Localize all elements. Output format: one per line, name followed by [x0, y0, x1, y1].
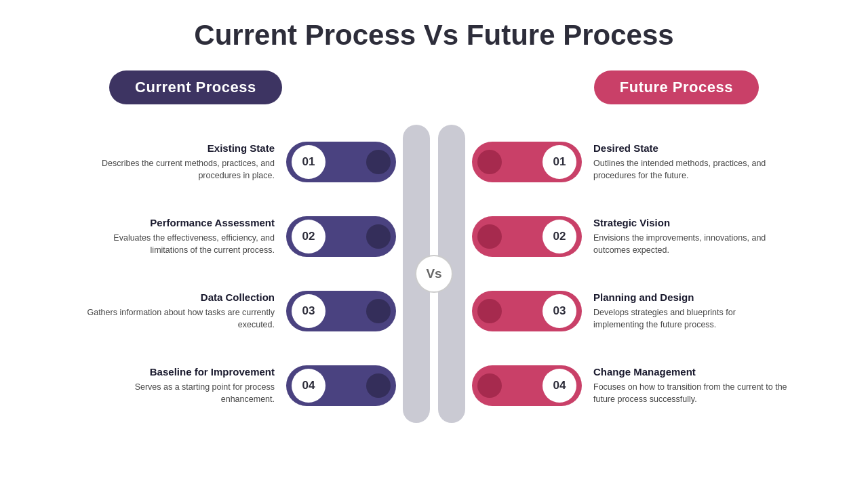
current-item-title-2: Performance Assessment — [81, 217, 275, 228]
future-pill-2: 02 — [472, 216, 582, 257]
future-connector-3: 03 — [472, 274, 582, 348]
current-connector-2: 02 — [286, 199, 396, 274]
current-item-4: Baseline for ImprovementServes as a star… — [81, 348, 284, 423]
current-item-1: Existing StateDescribes the current meth… — [81, 125, 284, 199]
future-dot-2 — [477, 224, 502, 249]
future-dot-1 — [477, 150, 502, 174]
current-item-title-1: Existing State — [81, 142, 275, 154]
current-pill-2: 02 — [286, 216, 396, 257]
current-num-2: 02 — [292, 220, 326, 253]
future-pill-1: 01 — [472, 142, 582, 182]
current-num-3: 03 — [292, 294, 326, 328]
current-dot-2 — [366, 224, 391, 249]
current-item-title-4: Baseline for Improvement — [81, 366, 275, 378]
future-item-desc-2: Envisions the improvements, innovations,… — [593, 232, 787, 256]
current-item-desc-1: Describes the current methods, practices… — [81, 157, 275, 182]
current-connectors: 01020304 — [284, 125, 396, 423]
future-num-1: 01 — [542, 145, 576, 179]
future-connector-2: 02 — [472, 199, 582, 274]
future-item-title-3: Planning and Design — [593, 291, 787, 303]
current-connector-3: 03 — [286, 274, 396, 348]
future-item-desc-1: Outlines the intended methods, practices… — [593, 157, 787, 182]
current-item-3: Data CollectionGathers information about… — [81, 274, 284, 348]
current-item-desc-3: Gathers information about how tasks are … — [81, 306, 275, 331]
future-badge: Future Process — [594, 70, 759, 104]
current-dot-1 — [366, 150, 391, 174]
future-item-title-2: Strategic Vision — [593, 217, 787, 228]
current-num-4: 04 — [292, 369, 326, 403]
current-connector-1: 01 — [286, 125, 396, 199]
current-item-title-3: Data Collection — [81, 291, 275, 303]
future-item-title-4: Change Management — [593, 366, 787, 378]
current-connector-4: 04 — [286, 348, 396, 423]
future-num-3: 03 — [542, 294, 576, 328]
current-pill-4: 04 — [286, 365, 396, 406]
future-num-4: 04 — [542, 369, 576, 403]
future-connector-4: 04 — [472, 348, 582, 423]
future-item-2: Strategic VisionEnvisions the improvemen… — [584, 199, 787, 274]
current-dot-3 — [366, 299, 391, 323]
current-pill-1: 01 — [286, 142, 396, 182]
future-item-title-1: Desired State — [593, 142, 787, 154]
current-dot-4 — [366, 373, 391, 398]
current-item-desc-2: Evaluates the effectiveness, efficiency,… — [81, 232, 275, 256]
future-num-2: 02 — [542, 220, 576, 253]
future-connector-1: 01 — [472, 125, 582, 199]
future-item-4: Change ManagementFocuses on how to trans… — [584, 348, 787, 423]
current-text-column: Existing StateDescribes the current meth… — [81, 125, 284, 423]
vs-label: Vs — [415, 255, 453, 293]
content-area: Existing StateDescribes the current meth… — [0, 125, 868, 488]
center-section: Vs — [396, 125, 472, 423]
current-item-2: Performance AssessmentEvaluates the effe… — [81, 199, 284, 274]
page-title: Current Process Vs Future Process — [0, 0, 868, 58]
future-dot-3 — [477, 299, 502, 323]
page: Current Process Vs Future Process Curren… — [0, 0, 868, 488]
future-text-column: Desired StateOutlines the intended metho… — [584, 125, 787, 423]
future-item-desc-3: Develops strategies and blueprints for i… — [593, 306, 787, 331]
future-pill-4: 04 — [472, 365, 582, 406]
current-num-1: 01 — [292, 145, 326, 179]
current-item-desc-4: Serves as a starting point for process e… — [81, 381, 275, 405]
future-item-desc-4: Focuses on how to transition from the cu… — [593, 381, 787, 405]
future-pill-3: 03 — [472, 291, 582, 331]
current-pill-3: 03 — [286, 291, 396, 331]
future-connectors: 01020304 — [472, 125, 584, 423]
future-item-1: Desired StateOutlines the intended metho… — [584, 125, 787, 199]
future-dot-4 — [477, 373, 502, 398]
current-badge: Current Process — [109, 70, 282, 104]
future-item-3: Planning and DesignDevelops strategies a… — [584, 274, 787, 348]
